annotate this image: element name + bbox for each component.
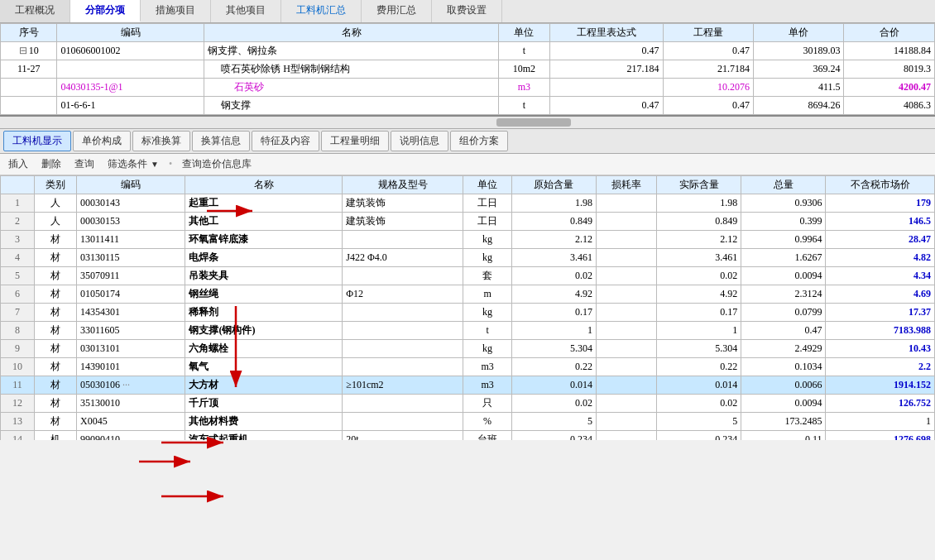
upper-scrollbar[interactable] [0,117,935,128]
lower-table-row[interactable]: 14机99090410汽车式起重机20t台班0.2340.2340.111276… [1,431,935,441]
query-btn[interactable]: 查询 [71,156,98,172]
cell-expr: 217.184 [549,60,663,79]
cell-unit: kg [463,340,511,358]
cell-total: 1.6267 [741,249,826,267]
cell-row-num: 4 [1,249,35,267]
tab-labor-display[interactable]: 工料机显示 [3,131,71,151]
cell-actual: 5 [657,413,741,431]
lh-spec: 规格及型号 [343,176,463,194]
cell-actual: 1.98 [657,194,741,213]
lh-type: 类别 [34,176,76,194]
cell-orig: 0.849 [511,213,596,231]
cell-total: 0.399 [741,213,826,231]
lower-table-row[interactable]: 2人00030153其他工建筑装饰工日0.8490.8490.399146.5 [1,213,935,231]
lower-table-row[interactable]: 1人00030143起重工建筑装饰工日1.981.980.9306179 [1,194,935,213]
cell-orig: 0.02 [511,395,596,413]
cell-type: 人 [34,194,76,213]
cell-orig: 5.304 [511,340,596,358]
tab-labor[interactable]: 工料机汇总 [281,0,362,22]
cell-actual: 2.12 [657,231,741,249]
tab-measures[interactable]: 措施项目 [141,0,211,22]
toolbar: 插入 删除 查询 筛选条件 ▼ • 查询造价信息库 [0,154,935,175]
filter-arrow-icon: ▼ [151,160,159,169]
cell-price: 10.43 [826,340,935,358]
cell-name: 环氧富锌底漆 [185,231,343,249]
cell-spec: Φ12 [343,285,463,304]
query-db-btn[interactable]: 查询造价信息库 [179,156,255,172]
cell-name: 钢支撑 [204,97,499,115]
cell-name: 汽车式起重机 [185,431,343,441]
cell-total: 4200.47 [844,79,935,97]
cell-spec: ≥101cm2 [343,376,463,395]
cell-code: 03130115 [77,249,185,267]
tab-other[interactable]: 其他项目 [211,0,281,22]
header-code: 编码 [57,24,204,42]
cell-name: 其他工 [185,213,343,231]
cell-loss [596,395,656,413]
tab-fees[interactable]: 费用汇总 [362,0,432,22]
cell-spec: 建筑装饰 [343,194,463,213]
upper-table-row[interactable]: ⊟10010606001002钢支撑、钢拉条t0.470.4730189.031… [1,42,935,60]
cell-row-num: 7 [1,304,35,322]
lower-table-row[interactable]: 6材01050174钢丝绳Φ12m4.924.922.31244.69 [1,285,935,304]
insert-btn[interactable]: 插入 [5,156,31,172]
lower-table-row[interactable]: 12材35130010千斤顶只0.020.020.0094126.752 [1,395,935,413]
tab-features[interactable]: 特征及内容 [252,131,319,151]
cell-price: 146.5 [826,213,935,231]
cell-actual: 4.92 [657,285,741,304]
cell-unit: t [499,97,550,115]
cell-total: 0.9964 [741,231,826,249]
scrollbar-thumb[interactable] [496,118,571,127]
cell-price: 369.24 [754,60,844,79]
upper-table-row[interactable]: 01-6-6-1钢支撑t0.470.478694.264086.3 [1,97,935,115]
tab-qty-detail[interactable]: 工程量明细 [321,131,389,151]
cell-seq [1,79,57,97]
lower-table-row[interactable]: 11材05030106 ···大方材≥101cm2m30.0140.0140.0… [1,376,935,395]
lower-table-wrap: 类别 编码 名称 规格及型号 单位 原始含量 损耗率 实际含量 总量 不含税市场… [0,175,935,440]
lower-table-row[interactable]: 8材33011605钢支撑(钢构件)t110.477183.988 [1,322,935,340]
cell-row-num: 13 [1,413,35,431]
lower-table-row[interactable]: 13材X0045其他材料费%55173.24851 [1,413,935,431]
lower-table-row[interactable]: 10材14390101氧气m30.220.220.10342.2 [1,358,935,376]
tab-standard-conv[interactable]: 标准换算 [132,131,190,151]
cell-orig: 5 [511,413,596,431]
cell-orig: 1.98 [511,194,596,213]
cell-code: 01-6-6-1 [57,97,204,115]
lower-table-row[interactable]: 9材03013101六角螺栓kg5.3045.3042.492910.43 [1,340,935,358]
cell-name: 喷石英砂除锈 H型钢制钢结构 [204,60,499,79]
cell-loss [596,267,656,285]
cell-orig: 3.461 [511,249,596,267]
bottom-section: 工料机显示 单价构成 标准换算 换算信息 特征及内容 工程量明细 说明信息 组价… [0,128,935,440]
lower-table-row[interactable]: 7材14354301稀释剂kg0.170.170.079917.37 [1,304,935,322]
cell-unit: % [463,413,511,431]
cell-code: 00030143 [77,194,185,213]
cell-name: 石英砂 [204,79,499,97]
tab-pricing-plan[interactable]: 组价方案 [450,131,508,151]
cell-spec [343,304,463,322]
cell-loss [596,304,656,322]
cell-loss [596,231,656,249]
cell-name: 千斤顶 [185,395,343,413]
cell-unit: t [463,322,511,340]
lower-table-row[interactable]: 5材35070911吊装夹具套0.020.020.00944.34 [1,267,935,285]
filter-btn[interactable]: 筛选条件 ▼ [104,156,162,172]
tab-conv-info[interactable]: 换算信息 [192,131,250,151]
cell-row-num: 10 [1,358,35,376]
tab-pricing[interactable]: 取费设置 [432,0,502,22]
lower-table-row[interactable]: 3材13011411环氧富锌底漆kg2.122.120.996428.47 [1,231,935,249]
delete-btn[interactable]: 删除 [38,156,65,172]
cell-row-num: 8 [1,322,35,340]
cell-unit: kg [463,249,511,267]
upper-table-row[interactable]: 04030135-1@1石英砂m310.2076411.54200.47 [1,79,935,97]
tab-unit-cost[interactable]: 单价构成 [73,131,131,151]
lower-table-row[interactable]: 4材03130115电焊条J422 Φ4.0kg3.4613.4611.6267… [1,249,935,267]
header-name: 名称 [204,24,499,42]
cell-spec [343,340,463,358]
cell-expr: 0.47 [549,97,663,115]
tab-notes[interactable]: 说明信息 [391,131,448,151]
tab-overview[interactable]: 工程概况 [0,0,70,22]
cell-name: 钢丝绳 [185,285,343,304]
upper-table-row[interactable]: 11-27喷石英砂除锈 H型钢制钢结构10m2217.18421.7184369… [1,60,935,79]
tab-sections[interactable]: 分部分项 [70,0,141,22]
cell-actual: 0.849 [657,213,741,231]
